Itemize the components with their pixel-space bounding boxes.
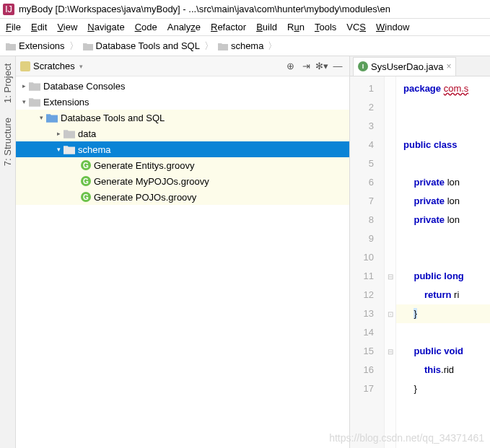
line-number: 14 (350, 323, 384, 342)
folder-icon (83, 42, 93, 50)
tab-project[interactable]: 1: Project (1, 59, 14, 107)
folder-icon (64, 128, 75, 139)
plugin-folder-icon (46, 112, 58, 123)
line-number: 7 (350, 192, 384, 211)
folder-icon (29, 80, 40, 92)
folder-icon (218, 42, 228, 50)
chevron-right-icon: 〉 (204, 40, 214, 53)
editor-tab-label: SysUserDao.java (371, 61, 443, 72)
fold-gutter: ⊟ ⊡ ⊟ (385, 76, 396, 448)
tool-window-bar-left: 1: Project 7: Structure (0, 56, 16, 448)
line-number: 16 (350, 361, 384, 379)
chevron-right-icon: 〉 (69, 40, 79, 53)
chevron-down-icon[interactable]: ▾ (79, 63, 83, 70)
collapse-all-icon[interactable]: ⇥ (299, 59, 313, 74)
crumb-label: Extensions (19, 40, 65, 51)
menu-build[interactable]: Build (252, 20, 281, 34)
tree-node-schema[interactable]: ▾ schema (16, 141, 349, 157)
tab-structure[interactable]: 7: Structure (1, 113, 14, 170)
title-bar: IJ myBody [D:\Workspaces\java\myBody] - … (0, 0, 490, 19)
menu-window[interactable]: Window (372, 20, 414, 34)
tab-label: 7: Structure (2, 118, 13, 166)
crumb-schema[interactable]: schema (216, 40, 266, 51)
tree-node-label: Generate POJOs.groovy (94, 192, 196, 203)
menu-analyze[interactable]: Analyze (163, 20, 205, 34)
chevron-down-icon[interactable]: ▾ (19, 98, 29, 105)
tree-node-label: Database Tools and SQL (61, 113, 165, 123)
gear-icon[interactable]: ✻▾ (315, 59, 329, 74)
menu-navigate[interactable]: Navigate (83, 20, 128, 34)
tree-node-database-consoles[interactable]: ▸ Database Consoles (16, 78, 349, 94)
tree-node-extensions[interactable]: ▾ Extensions (16, 94, 349, 110)
line-number: 15 (350, 342, 384, 361)
editor-pane: I SysUserDao.java × 1 2 3 4 5 6 7 8 9 10… (350, 56, 490, 448)
menu-refactor[interactable]: Refactor (206, 20, 250, 34)
scope-selector[interactable]: Scratches (33, 61, 75, 71)
menu-file[interactable]: File (1, 20, 25, 34)
close-icon[interactable]: × (446, 61, 451, 71)
chevron-down-icon[interactable]: ▾ (53, 146, 64, 153)
tree-node-generate-mypojos[interactable]: G Generate MyPOJOs.groovy (16, 173, 349, 189)
fold-end-icon[interactable]: ⊡ (385, 304, 395, 323)
tree-node-db-tools-sql[interactable]: ▾ Database Tools and SQL (16, 110, 349, 126)
line-number: 2 (350, 98, 384, 117)
editor-tab-sysuserdao[interactable]: I SysUserDao.java × (353, 57, 456, 76)
tree-node-label: data (78, 128, 96, 139)
line-number: 9 (350, 229, 384, 248)
editor-body[interactable]: 1 2 3 4 5 6 7 8 9 10 11 12 13 14 15 16 1… (350, 76, 490, 448)
line-number: 11 (350, 267, 384, 286)
project-tree[interactable]: ▸ Database Consoles ▾ Extensions ▾ Datab… (16, 76, 349, 448)
code-area[interactable]: package com.s public class private lon p… (396, 76, 490, 448)
tree-node-label: Generate MyPOJOs.groovy (94, 176, 209, 187)
line-number: 8 (350, 211, 384, 229)
chevron-right-icon[interactable]: ▸ (19, 82, 29, 89)
tree-node-label: Extensions (43, 97, 89, 107)
hide-panel-icon[interactable]: — (331, 59, 345, 74)
menu-bar: File Edit View Navigate Code Analyze Ref… (0, 19, 490, 36)
workspace: 1: Project 7: Structure Scratches ▾ ⊕ ⇥ … (0, 56, 490, 448)
crumb-db-tools[interactable]: Database Tools and SQL (82, 40, 201, 51)
groovy-file-icon: G (81, 192, 91, 202)
folder-icon (6, 42, 16, 50)
tree-node-label: Database Consoles (43, 81, 125, 92)
crumb-extensions[interactable]: Extensions (4, 40, 66, 51)
menu-view[interactable]: View (53, 20, 82, 34)
svg-text:IJ: IJ (5, 4, 12, 14)
scratches-icon (20, 61, 30, 71)
tree-node-generate-entitys[interactable]: G Generate Entitys.groovy (16, 157, 349, 173)
line-number: 17 (350, 379, 384, 398)
line-number: 1 (350, 79, 384, 98)
menu-run[interactable]: Run (283, 20, 309, 34)
line-number: 4 (350, 136, 384, 154)
crumb-label: schema (231, 40, 264, 51)
crumb-label: Database Tools and SQL (96, 40, 200, 51)
tree-node-data[interactable]: ▸ data (16, 126, 349, 141)
fold-marker-icon[interactable]: ⊟ (385, 342, 395, 361)
chevron-down-icon[interactable]: ▾ (36, 114, 46, 121)
line-number: 13 (350, 304, 384, 323)
line-number: 10 (350, 248, 384, 267)
line-number: 3 (350, 117, 384, 136)
menu-code[interactable]: Code (131, 20, 162, 34)
line-number-gutter: 1 2 3 4 5 6 7 8 9 10 11 12 13 14 15 16 1… (350, 76, 385, 448)
svg-rect-2 (20, 61, 30, 71)
chevron-right-icon[interactable]: ▸ (53, 130, 64, 137)
menu-tools[interactable]: Tools (310, 20, 341, 34)
window-title: myBody [D:\Workspaces\java\myBody] - ...… (19, 4, 390, 14)
menu-vcs[interactable]: VCS (342, 20, 370, 34)
tree-node-label: Generate Entitys.groovy (94, 160, 194, 171)
groovy-file-icon: G (81, 160, 91, 170)
tree-node-generate-pojos[interactable]: G Generate POJOs.groovy (16, 189, 349, 205)
menu-edit[interactable]: Edit (27, 20, 51, 34)
chevron-right-icon: 〉 (268, 40, 277, 53)
panel-header: Scratches ▾ ⊕ ⇥ ✻▾ — (16, 56, 349, 76)
tree-node-label: schema (78, 144, 111, 155)
editor-tabs: I SysUserDao.java × (350, 56, 490, 76)
app-logo-icon: IJ (3, 4, 14, 15)
line-number: 5 (350, 154, 384, 173)
line-number: 6 (350, 173, 384, 192)
fold-marker-icon[interactable]: ⊟ (385, 267, 395, 286)
folder-icon (29, 96, 40, 107)
folder-icon (64, 144, 75, 155)
locate-icon[interactable]: ⊕ (283, 59, 297, 74)
